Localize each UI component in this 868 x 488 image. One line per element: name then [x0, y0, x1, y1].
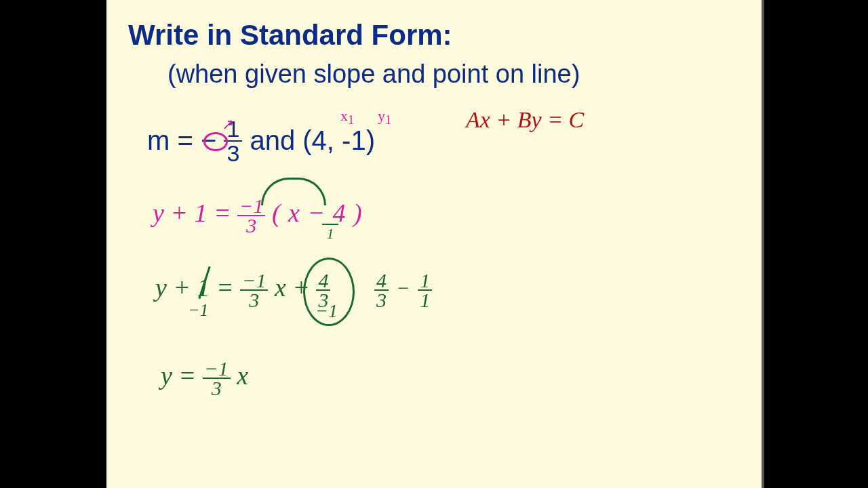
x1-label-sub: 1 — [348, 113, 354, 127]
side-work: 4 3 − 1 1 — [374, 271, 432, 309]
neg1-inside-oval: −1 — [315, 302, 338, 321]
side-frac-b-den: 1 — [418, 291, 432, 309]
line3-num: −1 — [203, 359, 231, 379]
given-comma: , — [327, 125, 342, 155]
y1-label-letter: y — [378, 107, 385, 124]
y1-label: y1 — [378, 107, 391, 127]
line2-equals: = — [210, 273, 241, 302]
line3-left: y = — [161, 361, 203, 390]
line1-left: y + 1 = — [153, 199, 231, 227]
line2-num: −1 — [240, 271, 268, 291]
given-m-prefix: m = — [147, 125, 201, 155]
line2-den: 3 — [240, 291, 268, 309]
side-minus: − — [397, 277, 410, 299]
line2-slope-fraction: −1 3 — [240, 271, 268, 309]
given-close: ) — [366, 125, 375, 155]
arrow-to-numerator: ↗ — [222, 116, 234, 134]
circle-minus-annotation — [203, 132, 228, 151]
y1-label-sub: 1 — [385, 113, 391, 127]
x1-label: x1 — [340, 107, 354, 127]
standard-form-formula: Ax + By = C — [466, 107, 584, 133]
line2-y-plus: y + — [155, 273, 197, 302]
line3-x: x — [237, 361, 248, 390]
page-subtitle: (when given slope and point on line) — [167, 60, 580, 89]
given-y: -1 — [342, 125, 366, 155]
side-frac-a: 4 3 — [374, 271, 389, 309]
given-x: 4 — [312, 125, 327, 155]
side-frac-a-den: 3 — [374, 291, 389, 309]
given-and: and ( — [250, 125, 311, 155]
neg1-below-text: −1 — [188, 300, 209, 320]
neg1-inside-text: −1 — [315, 300, 338, 321]
slide-canvas: Write in Standard Form: (when given slop… — [106, 0, 764, 488]
page-title: Write in Standard Form: — [128, 19, 452, 52]
side-frac-b: 1 1 — [418, 271, 432, 309]
distribute-arc — [261, 178, 326, 205]
line3-slope-fraction: −1 3 — [203, 359, 231, 397]
under-one-value: 1 — [327, 225, 334, 242]
line1-den: 3 — [237, 216, 265, 235]
side-frac-a-num: 4 — [374, 271, 389, 291]
neg1-below-cancel: −1 — [188, 302, 209, 319]
under-one-annotation: 1 — [322, 224, 338, 243]
line3-den: 3 — [203, 379, 231, 397]
work-line-3: y = −1 3 x — [161, 359, 248, 397]
x1-label-letter: x — [340, 107, 348, 124]
side-frac-b-num: 1 — [418, 271, 432, 291]
line2-x: x — [275, 273, 286, 302]
